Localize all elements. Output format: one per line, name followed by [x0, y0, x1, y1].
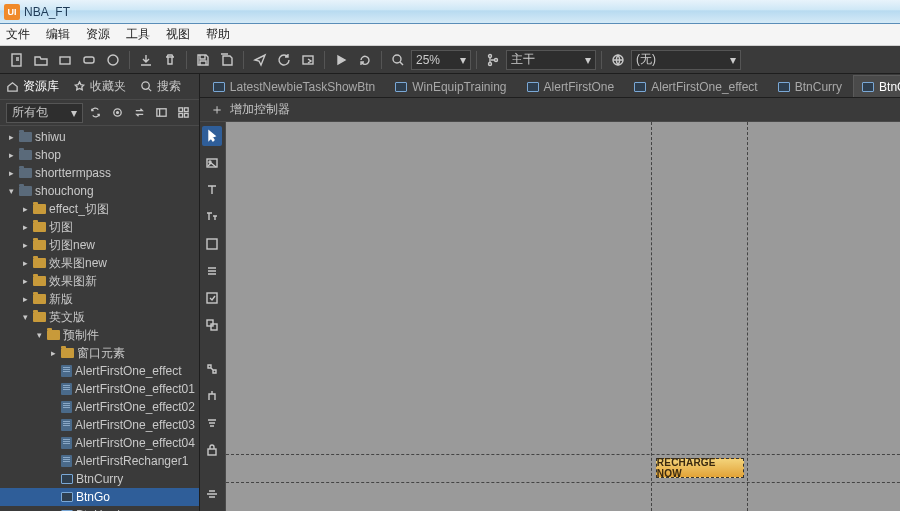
tab-search[interactable]: 搜索	[140, 78, 181, 95]
tree-item[interactable]: ▸shiwu	[0, 128, 199, 146]
folder-closed-icon	[19, 132, 32, 142]
tree-item[interactable]: AlertFirstOne_effect03	[0, 416, 199, 434]
export-icon[interactable]	[297, 49, 319, 71]
menu-help[interactable]: 帮助	[206, 26, 230, 43]
doc-tab[interactable]: BtnCurry	[769, 75, 851, 97]
component-icon	[862, 82, 874, 92]
canvas[interactable]: RECHARGE NOW	[226, 122, 900, 511]
add-controller-label[interactable]: 增加控制器	[230, 101, 290, 118]
tree-item[interactable]: BtnHarden	[0, 506, 199, 511]
list-view-icon[interactable]	[153, 104, 171, 122]
chevron-down-icon[interactable]: ▾	[6, 186, 16, 196]
tree-item-label: effect_切图	[49, 201, 109, 218]
tree-item[interactable]: ▸效果图new	[0, 254, 199, 272]
tree-item[interactable]: ▸窗口元素	[0, 344, 199, 362]
new-folder-icon[interactable]	[30, 49, 52, 71]
tree-item-label: AlertFirstOne_effect04	[75, 436, 195, 450]
tool-tree[interactable]	[202, 386, 222, 406]
tree-item[interactable]: AlertFirstOne_effect01	[0, 380, 199, 398]
swap-icon[interactable]	[131, 104, 149, 122]
doc-tab[interactable]: AlertFirstOne_effect	[625, 75, 767, 97]
tree-item[interactable]: AlertFirstRechanger1	[0, 452, 199, 470]
tree-item[interactable]: ▸shorttermpass	[0, 164, 199, 182]
doc-tab[interactable]: LatestNewbieTaskShowBtn	[204, 75, 384, 97]
tree-item[interactable]: AlertFirstOne_effect02	[0, 398, 199, 416]
titlebar[interactable]: UI NBA_FT	[0, 0, 900, 24]
chevron-right-icon[interactable]: ▸	[20, 222, 30, 232]
branch-select[interactable]: 主干 ▾	[506, 50, 596, 70]
tree-item[interactable]: ▸shop	[0, 146, 199, 164]
chevron-right-icon[interactable]: ▸	[20, 258, 30, 268]
publish-icon[interactable]	[249, 49, 271, 71]
menu-edit[interactable]: 编辑	[46, 26, 70, 43]
new-button-icon[interactable]	[78, 49, 100, 71]
locale-select[interactable]: (无) ▾	[631, 50, 741, 70]
chevron-right-icon[interactable]: ▸	[20, 204, 30, 214]
tree-item[interactable]: BtnCurry	[0, 470, 199, 488]
tool-image[interactable]	[202, 153, 222, 173]
tree-item[interactable]: AlertFirstOne_effect	[0, 362, 199, 380]
chevron-right-icon[interactable]: ▸	[6, 132, 16, 142]
tool-richtext[interactable]	[202, 207, 222, 227]
plus-icon[interactable]: ＋	[210, 101, 224, 119]
globe-icon[interactable]	[607, 49, 629, 71]
save-icon[interactable]	[192, 49, 214, 71]
new-other-icon[interactable]	[102, 49, 124, 71]
doc-tab[interactable]: AlertFirstOne	[518, 75, 624, 97]
menu-file[interactable]: 文件	[6, 26, 30, 43]
tool-list[interactable]	[202, 261, 222, 281]
new-doc-icon[interactable]	[6, 49, 28, 71]
branch-icon[interactable]	[482, 49, 504, 71]
tab-favorites[interactable]: 收藏夹	[73, 78, 126, 95]
chevron-right-icon[interactable]: ▸	[20, 276, 30, 286]
tree-item[interactable]: ▾英文版	[0, 308, 199, 326]
zoom-icon[interactable]	[387, 49, 409, 71]
chevron-right-icon[interactable]: ▸	[20, 294, 30, 304]
zoom-select[interactable]: 25% ▾	[411, 50, 471, 70]
locate-icon[interactable]	[109, 104, 127, 122]
package-select[interactable]: 所有包 ▾	[6, 103, 83, 123]
tree-item[interactable]: ▸切图new	[0, 236, 199, 254]
sync-icon[interactable]	[87, 104, 105, 122]
recharge-button[interactable]: RECHARGE NOW	[656, 458, 744, 478]
tree-item[interactable]: BtnGo	[0, 488, 199, 506]
chevron-down-icon[interactable]: ▾	[34, 330, 44, 340]
tool-group[interactable]	[202, 315, 222, 335]
chevron-down-icon[interactable]: ▾	[20, 312, 30, 322]
save-all-icon[interactable]	[216, 49, 238, 71]
refresh-small-icon[interactable]	[273, 49, 295, 71]
doc-tab[interactable]: BtnGo✕	[853, 75, 900, 97]
menu-view[interactable]: 视图	[166, 26, 190, 43]
tree-item[interactable]: ▸效果图新	[0, 272, 199, 290]
chevron-right-icon[interactable]: ▸	[20, 240, 30, 250]
doc-tab[interactable]: WinEquipTraining	[386, 75, 515, 97]
tool-graph[interactable]	[202, 234, 222, 254]
tree-item[interactable]: ▸effect_切图	[0, 200, 199, 218]
tool-loader[interactable]	[202, 288, 222, 308]
chevron-right-icon[interactable]: ▸	[48, 348, 58, 358]
tool-text[interactable]	[202, 180, 222, 200]
resource-tree[interactable]: ▸shiwu▸shop▸shorttermpass▾shouchong▸effe…	[0, 126, 199, 511]
tree-item[interactable]: ▾预制件	[0, 326, 199, 344]
grid-view-icon[interactable]	[175, 104, 193, 122]
tool-pointer[interactable]	[202, 126, 222, 146]
tree-item[interactable]: ▸切图	[0, 218, 199, 236]
new-component-icon[interactable]	[54, 49, 76, 71]
menu-tools[interactable]: 工具	[126, 26, 150, 43]
chevron-right-icon[interactable]: ▸	[6, 150, 16, 160]
menu-resource[interactable]: 资源	[86, 26, 110, 43]
tab-library[interactable]: 资源库	[6, 78, 59, 95]
chevron-right-icon[interactable]: ▸	[6, 168, 16, 178]
trash-icon[interactable]	[159, 49, 181, 71]
tool-sort[interactable]	[202, 413, 222, 433]
folder-open-icon	[61, 348, 74, 358]
refresh-icon[interactable]	[354, 49, 376, 71]
tree-item[interactable]: ▾shouchong	[0, 182, 199, 200]
tool-relation[interactable]	[202, 359, 222, 379]
tool-align[interactable]	[202, 484, 222, 504]
tree-item[interactable]: ▸新版	[0, 290, 199, 308]
play-icon[interactable]	[330, 49, 352, 71]
tree-item[interactable]: AlertFirstOne_effect04	[0, 434, 199, 452]
import-icon[interactable]	[135, 49, 157, 71]
tool-lock[interactable]	[202, 440, 222, 460]
